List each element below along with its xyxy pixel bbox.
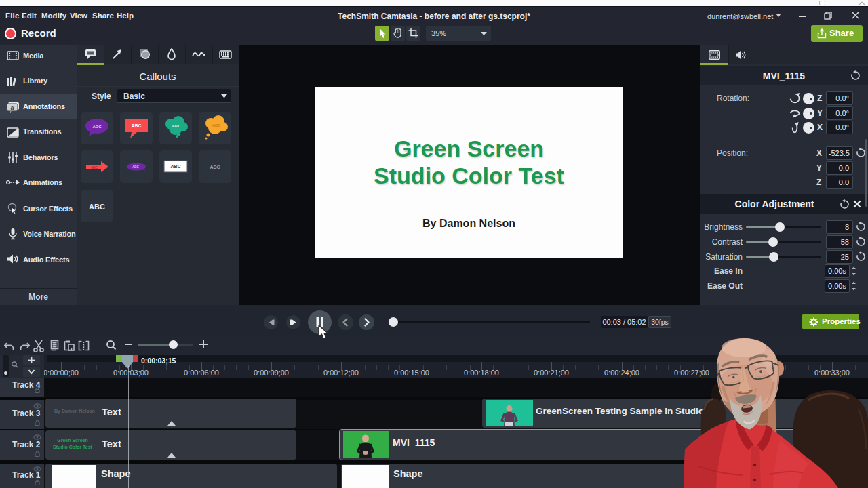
svg-text:ABC: ABC [132, 165, 139, 169]
svg-text:ABC: ABC [131, 123, 141, 128]
svg-text:ABC: ABC [89, 203, 105, 211]
svg-text:ABC: ABC [93, 125, 102, 129]
svg-text:ABC: ABC [172, 124, 182, 128]
svg-text:ABC: ABC [170, 164, 180, 169]
svg-text:ABC: ABC [91, 166, 98, 169]
svg-text:ABC: ABC [212, 123, 220, 127]
svg-text:ABC: ABC [210, 165, 220, 169]
